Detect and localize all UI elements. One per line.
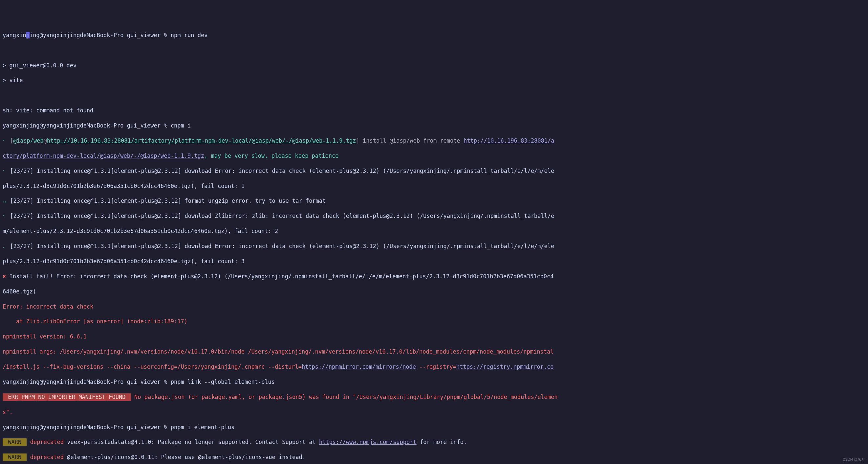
install-progress-23-27-b: ⠤ [23/27] Installing once@^1.3.1[element… [3,197,865,205]
warn-badge: WARN [3,454,27,461]
cursor-highlight: j [26,32,30,38]
disturl-link: https://npmmirror.com/mirrors/node [302,364,416,370]
pnpm-error-line: ERR_PNPM_NO_IMPORTER_MANIFEST_FOUND No p… [3,393,865,401]
blank [3,92,865,99]
err-pnpm-no-importer-badge: ERR_PNPM_NO_IMPORTER_MANIFEST_FOUND [3,393,131,401]
install-remote-line-cont: ctory/platform-npm-dev-local/@iasp/web/-… [3,152,865,160]
npminstall-args: npminstall args: /Users/yangxinjing/.nvm… [3,348,865,355]
registry-link: https://registry.npmmirror.co [456,364,554,370]
prompt-line-4: yangxinjing@yangxinjingdeMacBook-Pro gui… [3,424,865,431]
install-progress-23-27-c: ⠂ [23/27] Installing once@^1.3.1[element… [3,212,865,220]
prompt-line-1: yangxinjing@yangxinjingdeMacBook-Pro gui… [3,32,865,39]
install-remote-line: ⠂ [@iasp/web@http://10.16.196.83:28081/a… [3,137,865,145]
blank [3,47,865,54]
warn-element-plus-icons: WARN deprecated @element-plus/icons@0.0.… [3,454,865,461]
npminstall-args-cont: /install.js --fix-bug-versions --china -… [3,363,865,371]
npminstall-version: npminstall version: 6.6.1 [3,333,865,341]
warn-badge: WARN [3,438,27,446]
tgz-link-1: http://10.16.196.83:28081/artifactory/pl… [47,137,356,144]
npm-script-name: > gui_viewer@0.0.0 dev [3,62,865,69]
tgz-link-remote: http://10.16.196.83:28081/a [464,137,554,144]
error-vite-not-found: sh: vite: command not found [3,107,865,114]
pnpm-error-line-cont: s". [3,408,865,416]
watermark: CSDN @米万 [843,457,865,462]
install-progress-23-27-d-cont: plus/2.3.12-d3c91d0c701b2b3e67d06a351cb0… [3,258,865,265]
install-progress-23-27-a-cont: plus/2.3.12-d3c91d0c701b2b3e67d06a351cb0… [3,182,865,190]
terminal-output[interactable]: { "l1_prompt_user": "yangxin", "l1_promp… [0,0,868,464]
error-incorrect-data-check: Error: incorrect data check [3,303,865,311]
install-progress-23-27-c-cont: m/element-plus/2.3.12-d3c91d0c701b2b3e67… [3,227,865,235]
install-fail-line-cont: 6460e.tgz) [3,288,865,295]
prompt-line-3: yangxinjing@yangxinjingdeMacBook-Pro gui… [3,378,865,386]
install-progress-23-27-a: ⠂ [23/27] Installing once@^1.3.1[element… [3,167,865,175]
warn-vuex-persistedstate: WARN deprecated vuex-persistedstate@4.1.… [3,438,865,446]
error-stack-zlib: at Zlib.zlibOnError [as onerror] (node:z… [3,318,865,325]
install-fail-line: ✖ Install fail! Error: incorrect data ch… [3,273,865,280]
npm-script-cmd: > vite [3,77,865,84]
npmjs-support-link: https://www.npmjs.com/support [319,439,416,445]
install-progress-23-27-d: ⠄ [23/27] Installing once@^1.3.1[element… [3,242,865,250]
prompt-line-2: yangxinjing@yangxinjingdeMacBook-Pro gui… [3,122,865,129]
